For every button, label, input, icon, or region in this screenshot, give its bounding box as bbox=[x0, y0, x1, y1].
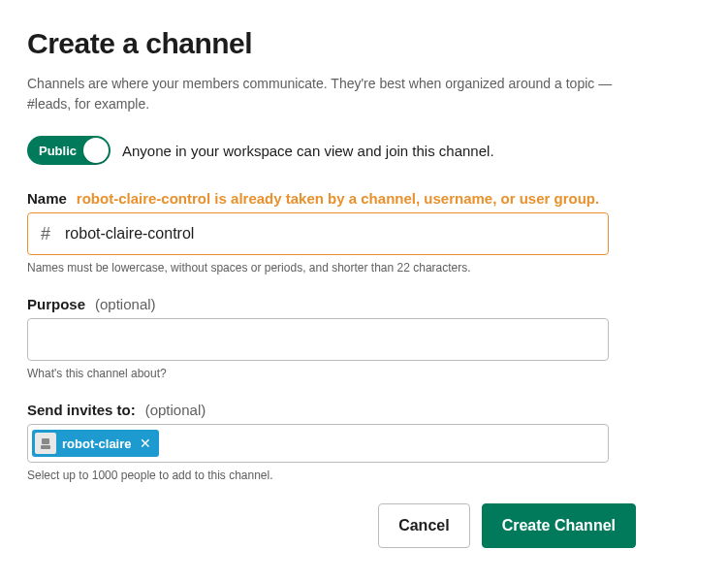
svg-rect-1 bbox=[41, 445, 50, 449]
visibility-description: Anyone in your workspace can view and jo… bbox=[122, 143, 494, 159]
cancel-button[interactable]: Cancel bbox=[378, 503, 469, 548]
purpose-hint: What's this channel about? bbox=[27, 367, 701, 380]
avatar-icon bbox=[35, 433, 56, 454]
toggle-knob bbox=[83, 138, 109, 163]
user-tag-name: robot-claire bbox=[62, 436, 132, 451]
invites-input[interactable]: robot-claire ✕ bbox=[27, 424, 609, 463]
dialog-subtitle: Channels are where your members communic… bbox=[27, 74, 648, 114]
name-error-message: robot-claire-control is already taken by… bbox=[77, 190, 599, 207]
invites-label: Send invites to: bbox=[27, 402, 136, 418]
name-label: Name bbox=[27, 190, 67, 207]
create-channel-button[interactable]: Create Channel bbox=[482, 503, 636, 548]
invites-optional: (optional) bbox=[145, 402, 206, 418]
purpose-optional: (optional) bbox=[95, 296, 156, 312]
user-tag: robot-claire ✕ bbox=[32, 430, 159, 457]
name-hint: Names must be lowercase, without spaces … bbox=[27, 261, 701, 275]
svg-rect-0 bbox=[42, 438, 49, 444]
invites-hint: Select up to 1000 people to add to this … bbox=[27, 469, 701, 482]
dialog-title: Create a channel bbox=[27, 27, 701, 60]
toggle-label: Public bbox=[39, 144, 77, 158]
channel-name-input[interactable] bbox=[27, 212, 609, 255]
visibility-toggle[interactable]: Public bbox=[27, 136, 111, 165]
purpose-label: Purpose bbox=[27, 296, 85, 312]
purpose-input[interactable] bbox=[27, 318, 609, 361]
remove-tag-icon[interactable]: ✕ bbox=[138, 436, 153, 451]
